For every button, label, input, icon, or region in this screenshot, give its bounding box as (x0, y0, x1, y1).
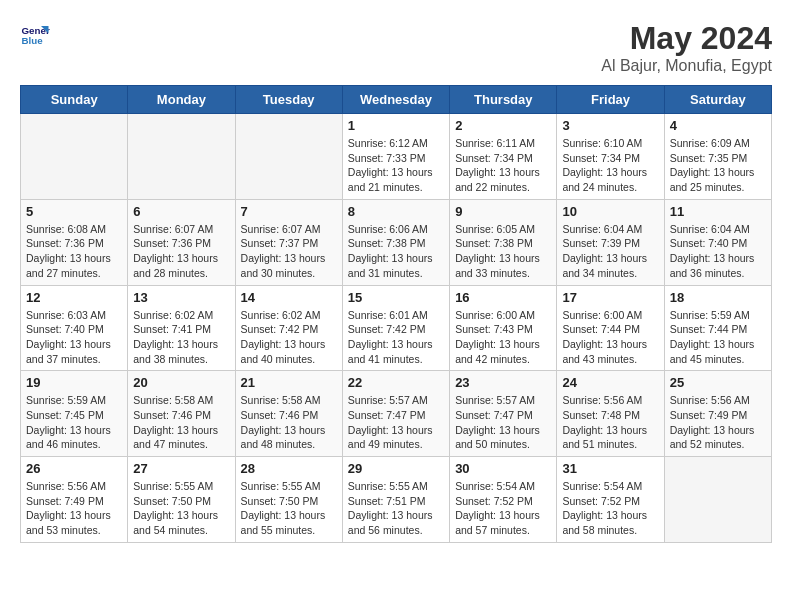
day-number: 26 (26, 461, 122, 476)
day-info: Sunrise: 5:54 AMSunset: 7:52 PMDaylight:… (562, 479, 658, 538)
day-info: Sunrise: 5:56 AMSunset: 7:49 PMDaylight:… (26, 479, 122, 538)
calendar-day-cell: 22Sunrise: 5:57 AMSunset: 7:47 PMDayligh… (342, 371, 449, 457)
calendar-week-row: 12Sunrise: 6:03 AMSunset: 7:40 PMDayligh… (21, 285, 772, 371)
calendar-day-cell: 23Sunrise: 5:57 AMSunset: 7:47 PMDayligh… (450, 371, 557, 457)
day-number: 3 (562, 118, 658, 133)
day-info: Sunrise: 6:04 AMSunset: 7:40 PMDaylight:… (670, 222, 766, 281)
calendar-day-cell: 8Sunrise: 6:06 AMSunset: 7:38 PMDaylight… (342, 199, 449, 285)
day-number: 24 (562, 375, 658, 390)
day-info: Sunrise: 6:09 AMSunset: 7:35 PMDaylight:… (670, 136, 766, 195)
day-of-week-header: Saturday (664, 86, 771, 114)
day-number: 2 (455, 118, 551, 133)
calendar-day-cell: 26Sunrise: 5:56 AMSunset: 7:49 PMDayligh… (21, 457, 128, 543)
calendar-day-cell: 5Sunrise: 6:08 AMSunset: 7:36 PMDaylight… (21, 199, 128, 285)
day-info: Sunrise: 5:59 AMSunset: 7:45 PMDaylight:… (26, 393, 122, 452)
day-info: Sunrise: 6:03 AMSunset: 7:40 PMDaylight:… (26, 308, 122, 367)
calendar-day-cell: 10Sunrise: 6:04 AMSunset: 7:39 PMDayligh… (557, 199, 664, 285)
day-info: Sunrise: 5:56 AMSunset: 7:49 PMDaylight:… (670, 393, 766, 452)
calendar-day-cell: 14Sunrise: 6:02 AMSunset: 7:42 PMDayligh… (235, 285, 342, 371)
day-number: 14 (241, 290, 337, 305)
day-info: Sunrise: 6:06 AMSunset: 7:38 PMDaylight:… (348, 222, 444, 281)
calendar-day-cell: 24Sunrise: 5:56 AMSunset: 7:48 PMDayligh… (557, 371, 664, 457)
calendar-day-cell (664, 457, 771, 543)
day-number: 23 (455, 375, 551, 390)
day-number: 20 (133, 375, 229, 390)
day-number: 15 (348, 290, 444, 305)
day-of-week-header: Wednesday (342, 86, 449, 114)
day-of-week-header: Monday (128, 86, 235, 114)
day-info: Sunrise: 6:08 AMSunset: 7:36 PMDaylight:… (26, 222, 122, 281)
day-info: Sunrise: 6:07 AMSunset: 7:37 PMDaylight:… (241, 222, 337, 281)
day-info: Sunrise: 6:00 AMSunset: 7:44 PMDaylight:… (562, 308, 658, 367)
day-info: Sunrise: 6:05 AMSunset: 7:38 PMDaylight:… (455, 222, 551, 281)
calendar-day-cell: 17Sunrise: 6:00 AMSunset: 7:44 PMDayligh… (557, 285, 664, 371)
day-info: Sunrise: 5:59 AMSunset: 7:44 PMDaylight:… (670, 308, 766, 367)
day-info: Sunrise: 6:02 AMSunset: 7:41 PMDaylight:… (133, 308, 229, 367)
logo: General Blue (20, 20, 50, 50)
title-area: May 2024 Al Bajur, Monufia, Egypt (601, 20, 772, 75)
logo-icon: General Blue (20, 20, 50, 50)
day-number: 12 (26, 290, 122, 305)
day-number: 8 (348, 204, 444, 219)
calendar-week-row: 5Sunrise: 6:08 AMSunset: 7:36 PMDaylight… (21, 199, 772, 285)
day-number: 25 (670, 375, 766, 390)
day-number: 21 (241, 375, 337, 390)
calendar-day-cell: 12Sunrise: 6:03 AMSunset: 7:40 PMDayligh… (21, 285, 128, 371)
calendar-day-cell: 9Sunrise: 6:05 AMSunset: 7:38 PMDaylight… (450, 199, 557, 285)
calendar-day-cell: 19Sunrise: 5:59 AMSunset: 7:45 PMDayligh… (21, 371, 128, 457)
calendar-day-cell: 25Sunrise: 5:56 AMSunset: 7:49 PMDayligh… (664, 371, 771, 457)
day-number: 6 (133, 204, 229, 219)
calendar-day-cell: 15Sunrise: 6:01 AMSunset: 7:42 PMDayligh… (342, 285, 449, 371)
day-number: 28 (241, 461, 337, 476)
day-info: Sunrise: 6:10 AMSunset: 7:34 PMDaylight:… (562, 136, 658, 195)
calendar-day-cell: 4Sunrise: 6:09 AMSunset: 7:35 PMDaylight… (664, 114, 771, 200)
day-info: Sunrise: 5:57 AMSunset: 7:47 PMDaylight:… (455, 393, 551, 452)
day-number: 22 (348, 375, 444, 390)
day-number: 13 (133, 290, 229, 305)
day-number: 27 (133, 461, 229, 476)
calendar-week-row: 19Sunrise: 5:59 AMSunset: 7:45 PMDayligh… (21, 371, 772, 457)
day-number: 10 (562, 204, 658, 219)
day-header-row: SundayMondayTuesdayWednesdayThursdayFrid… (21, 86, 772, 114)
day-info: Sunrise: 6:01 AMSunset: 7:42 PMDaylight:… (348, 308, 444, 367)
calendar-day-cell: 20Sunrise: 5:58 AMSunset: 7:46 PMDayligh… (128, 371, 235, 457)
day-info: Sunrise: 6:04 AMSunset: 7:39 PMDaylight:… (562, 222, 658, 281)
day-info: Sunrise: 5:55 AMSunset: 7:50 PMDaylight:… (241, 479, 337, 538)
calendar-week-row: 1Sunrise: 6:12 AMSunset: 7:33 PMDaylight… (21, 114, 772, 200)
calendar-day-cell: 16Sunrise: 6:00 AMSunset: 7:43 PMDayligh… (450, 285, 557, 371)
day-info: Sunrise: 5:55 AMSunset: 7:50 PMDaylight:… (133, 479, 229, 538)
day-info: Sunrise: 5:56 AMSunset: 7:48 PMDaylight:… (562, 393, 658, 452)
day-number: 11 (670, 204, 766, 219)
day-number: 5 (26, 204, 122, 219)
calendar-week-row: 26Sunrise: 5:56 AMSunset: 7:49 PMDayligh… (21, 457, 772, 543)
day-info: Sunrise: 6:11 AMSunset: 7:34 PMDaylight:… (455, 136, 551, 195)
calendar-day-cell: 29Sunrise: 5:55 AMSunset: 7:51 PMDayligh… (342, 457, 449, 543)
svg-text:Blue: Blue (22, 35, 44, 46)
day-number: 18 (670, 290, 766, 305)
day-info: Sunrise: 6:12 AMSunset: 7:33 PMDaylight:… (348, 136, 444, 195)
day-info: Sunrise: 5:55 AMSunset: 7:51 PMDaylight:… (348, 479, 444, 538)
day-info: Sunrise: 5:58 AMSunset: 7:46 PMDaylight:… (241, 393, 337, 452)
day-number: 17 (562, 290, 658, 305)
calendar-day-cell: 13Sunrise: 6:02 AMSunset: 7:41 PMDayligh… (128, 285, 235, 371)
calendar-day-cell: 28Sunrise: 5:55 AMSunset: 7:50 PMDayligh… (235, 457, 342, 543)
day-number: 16 (455, 290, 551, 305)
day-of-week-header: Tuesday (235, 86, 342, 114)
calendar-day-cell: 3Sunrise: 6:10 AMSunset: 7:34 PMDaylight… (557, 114, 664, 200)
day-of-week-header: Friday (557, 86, 664, 114)
day-number: 1 (348, 118, 444, 133)
day-info: Sunrise: 5:54 AMSunset: 7:52 PMDaylight:… (455, 479, 551, 538)
calendar-day-cell: 30Sunrise: 5:54 AMSunset: 7:52 PMDayligh… (450, 457, 557, 543)
calendar-day-cell: 21Sunrise: 5:58 AMSunset: 7:46 PMDayligh… (235, 371, 342, 457)
day-info: Sunrise: 5:57 AMSunset: 7:47 PMDaylight:… (348, 393, 444, 452)
day-info: Sunrise: 5:58 AMSunset: 7:46 PMDaylight:… (133, 393, 229, 452)
day-number: 4 (670, 118, 766, 133)
calendar-day-cell: 1Sunrise: 6:12 AMSunset: 7:33 PMDaylight… (342, 114, 449, 200)
calendar-day-cell (128, 114, 235, 200)
calendar-day-cell: 18Sunrise: 5:59 AMSunset: 7:44 PMDayligh… (664, 285, 771, 371)
calendar-day-cell (235, 114, 342, 200)
calendar-day-cell (21, 114, 128, 200)
day-number: 7 (241, 204, 337, 219)
calendar-day-cell: 2Sunrise: 6:11 AMSunset: 7:34 PMDaylight… (450, 114, 557, 200)
calendar-day-cell: 11Sunrise: 6:04 AMSunset: 7:40 PMDayligh… (664, 199, 771, 285)
